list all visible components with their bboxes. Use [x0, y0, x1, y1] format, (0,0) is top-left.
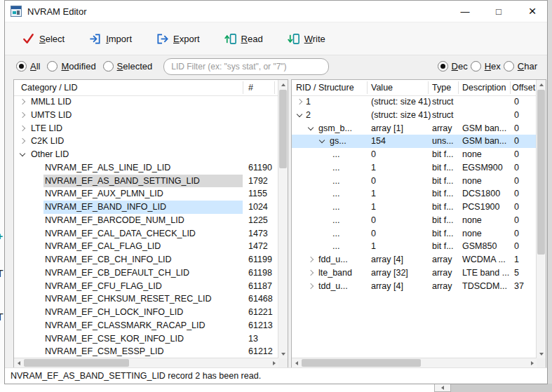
column-header-description[interactable]: Description — [462, 83, 506, 93]
tree-row[interactable]: NVRAM_EF_BAND_INFO_LID1024 — [14, 201, 278, 214]
write-button[interactable]: Write — [287, 32, 325, 46]
table-row[interactable]: 2(struct: size 41)struct0 — [292, 109, 537, 122]
table-row[interactable]: ...1bit f...EGSM9000 — [292, 161, 537, 175]
table-row[interactable]: ...1bit f...PCS19000 — [292, 201, 537, 214]
close-button[interactable]: × — [523, 2, 541, 20]
tree-row[interactable]: NVRAM_EF_CSM_ESSP_LID61212 — [14, 345, 278, 358]
tree-row[interactable]: C2K LID — [14, 135, 278, 148]
table-row[interactable]: ...0bit f...none0 — [292, 214, 537, 227]
radio-hex[interactable]: Hex — [471, 61, 501, 72]
app-icon[interactable] — [11, 6, 22, 17]
horizontal-scrollbar[interactable] — [14, 358, 278, 367]
tree-row[interactable]: NVRAM_EF_CB_DEFAULT_CH_LID61198 — [14, 266, 278, 280]
scrollbar-thumb[interactable] — [537, 90, 545, 255]
table-row[interactable]: lte_bandarray [32]arrayLTE band ...5 — [292, 266, 537, 280]
table-row[interactable]: ...1bit f...GSM8500 — [292, 240, 537, 253]
table-row[interactable]: fdd_u...array [4]arrayWCDMA ...1 — [292, 253, 537, 266]
left-arrow-icon — [295, 361, 298, 365]
import-button[interactable]: Import — [88, 32, 132, 46]
tree-row[interactable]: NVRAM_EF_CH_LOCK_INFO_LID61221 — [14, 306, 278, 319]
tree-row[interactable]: LTE LID — [14, 122, 278, 135]
table-row[interactable]: ...0bit f...none0 — [292, 148, 537, 161]
select-button[interactable]: Select — [22, 32, 65, 46]
status-text: NVRAM_EF_AS_BAND_SETTING_LID record 2 ha… — [11, 371, 261, 381]
scroll-left-button[interactable] — [14, 358, 23, 367]
tree-row[interactable]: UMTS LID — [14, 109, 278, 122]
radio-modified[interactable]: Modified — [47, 61, 95, 72]
radio-all[interactable]: All — [16, 61, 40, 72]
table-row[interactable]: 1(struct: size 41)struct0 — [292, 95, 537, 109]
radio-char[interactable]: Char — [504, 61, 537, 72]
tree-row[interactable]: NVRAM_EF_BARCODE_NUM_LID1225 — [14, 214, 278, 227]
tree-row[interactable]: MML1 LID — [14, 95, 278, 109]
column-header-rid[interactable]: RID / Structure — [296, 83, 354, 93]
chevron-down-icon[interactable] — [297, 111, 302, 117]
chevron-right-icon[interactable] — [308, 270, 314, 276]
column-header-category[interactable]: Category / LID — [21, 83, 78, 93]
table-row[interactable]: ...1bit f...DCS18000 — [292, 187, 537, 201]
rid-label: ... — [332, 214, 339, 227]
tree-row[interactable]: NVRAM_EF_CFU_FLAG_LID61187 — [14, 280, 278, 293]
tree-row[interactable]: NVRAM_EF_CAL_FLAG_LID1472 — [14, 240, 278, 253]
scroll-down-button[interactable] — [278, 349, 288, 358]
chevron-down-icon[interactable] — [20, 151, 25, 156]
tree-row[interactable]: NVRAM_EF_CHKSUM_RESET_REC_LID61468 — [14, 292, 278, 306]
scroll-up-button[interactable] — [278, 80, 288, 89]
left-table-header: Category / LID # — [14, 80, 278, 96]
chevron-right-icon[interactable] — [20, 99, 25, 104]
scrollbar-thumb[interactable] — [24, 359, 129, 367]
chevron-right-icon[interactable] — [20, 125, 25, 130]
tree-row[interactable]: NVRAM_EF_CSE_KOR_INFO_LID13 — [14, 332, 278, 346]
chevron-down-icon[interactable] — [308, 124, 314, 130]
minimize-button[interactable]: — — [456, 2, 474, 20]
radio-selected[interactable]: Selected — [103, 61, 153, 72]
table-row[interactable]: ...0bit f...none0 — [292, 227, 537, 241]
table-row[interactable]: ...0bit f...none0 — [292, 175, 537, 188]
table-row[interactable]: gs...154uns...GSM ban...0 — [292, 135, 537, 148]
horizontal-scrollbar[interactable] — [292, 358, 537, 367]
tree-row[interactable]: Other LID — [14, 148, 278, 161]
scrollbar-thumb[interactable] — [279, 90, 287, 168]
tree-row[interactable]: NVRAM_EF_AS_BAND_SETTING_LID1792 — [14, 175, 278, 188]
table-row[interactable]: gsm_b...array [1]arrayGSM ban...0 — [292, 122, 537, 135]
column-header-type[interactable]: Type — [432, 83, 451, 93]
scroll-down-button[interactable] — [537, 349, 546, 358]
scroll-right-button[interactable] — [527, 358, 537, 367]
vertical-scrollbar[interactable] — [536, 80, 546, 358]
description-cell: GSM850 — [462, 240, 497, 253]
export-button[interactable]: Export — [156, 32, 200, 46]
column-header-offset[interactable]: Offset — [512, 83, 535, 93]
chevron-right-icon[interactable] — [20, 138, 25, 144]
chevron-right-icon[interactable] — [308, 257, 314, 262]
scroll-right-button[interactable] — [269, 358, 278, 367]
tree-item-label: NVRAM_EF_CLASSMARK_RACAP_LID — [45, 319, 206, 332]
radio-dec[interactable]: Dec — [438, 61, 468, 72]
lid-number: 61213 — [248, 319, 273, 332]
select-button-label: Select — [39, 34, 65, 44]
table-row[interactable]: tdd_u...array [4]arrayTDSCDM...37 — [292, 280, 537, 293]
radio-modified-label: Modified — [61, 61, 95, 72]
read-button[interactable]: Read — [224, 32, 263, 46]
tree-row[interactable]: NVRAM_EF_AUX_PLMN_LID1155 — [14, 187, 278, 201]
tree-row[interactable]: NVRAM_EF_ALS_LINE_ID_LID61190 — [14, 161, 278, 175]
lid-filter-input[interactable] — [163, 58, 329, 75]
maximize-button[interactable]: □ — [490, 2, 508, 20]
description-cell: PCS1900 — [462, 201, 500, 214]
description-cell: none — [462, 214, 482, 227]
vertical-scrollbar[interactable] — [278, 80, 288, 358]
chevron-right-icon[interactable] — [308, 283, 314, 288]
column-header-count[interactable]: # — [248, 83, 253, 93]
tree-item-label: NVRAM_EF_ALS_LINE_ID_LID — [45, 161, 170, 175]
tree-item-label: NVRAM_EF_AUX_PLMN_LID — [45, 187, 163, 201]
chevron-right-icon[interactable] — [297, 99, 302, 104]
column-separator — [274, 81, 275, 94]
tree-row[interactable]: NVRAM_EF_CB_CH_INFO_LID61199 — [14, 253, 278, 266]
tree-row[interactable]: NVRAM_EF_CLASSMARK_RACAP_LID61213 — [14, 319, 278, 332]
chevron-right-icon[interactable] — [20, 112, 25, 118]
scrollbar-thumb[interactable] — [302, 359, 421, 367]
scroll-left-button[interactable] — [292, 358, 301, 367]
tree-row[interactable]: NVRAM_EF_CAL_DATA_CHECK_LID1473 — [14, 227, 278, 241]
column-separator — [243, 81, 243, 94]
scroll-up-button[interactable] — [537, 80, 546, 89]
column-header-value[interactable]: Value — [371, 83, 393, 93]
